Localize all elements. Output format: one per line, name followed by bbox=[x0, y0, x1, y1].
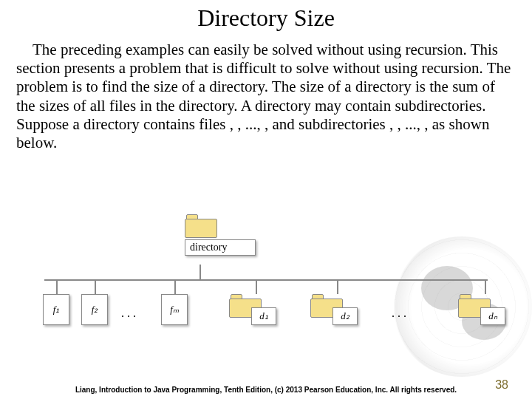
root-directory-label: directory bbox=[185, 239, 256, 256]
file-label: f₁ bbox=[43, 294, 69, 325]
file-label: f₂ bbox=[81, 294, 108, 325]
connector-line bbox=[485, 279, 486, 294]
file-node: fₘ bbox=[161, 294, 188, 325]
file-label: fₘ bbox=[161, 294, 188, 325]
directory-tree-diagram: directory f₁ f₂ . . . fₘ d₁ d₂ . . . dₙ bbox=[30, 207, 502, 355]
connector-line bbox=[337, 279, 338, 294]
ellipsis: . . . bbox=[121, 307, 136, 320]
page-number: 38 bbox=[495, 378, 508, 392]
root-directory-node: directory bbox=[185, 214, 259, 256]
body-paragraph: The preceding examples can easily be sol… bbox=[16, 41, 516, 152]
copyright-footer: Liang, Introduction to Java Programming,… bbox=[0, 386, 532, 395]
connector-line bbox=[44, 279, 488, 281]
subdirectory-label: dₙ bbox=[480, 307, 505, 325]
connector-line bbox=[200, 265, 201, 279]
file-node: f₁ bbox=[43, 294, 69, 325]
subdirectory-label: d₂ bbox=[332, 307, 358, 325]
file-node: f₂ bbox=[81, 294, 108, 325]
ellipsis: . . . bbox=[392, 307, 406, 320]
connector-line bbox=[174, 279, 176, 294]
connector-line bbox=[256, 279, 257, 294]
connector-line bbox=[95, 279, 96, 294]
slide-title: Directory Size bbox=[0, 4, 532, 32]
connector-line bbox=[56, 279, 58, 294]
folder-icon bbox=[185, 214, 217, 238]
subdirectory-label: d₁ bbox=[251, 307, 276, 325]
